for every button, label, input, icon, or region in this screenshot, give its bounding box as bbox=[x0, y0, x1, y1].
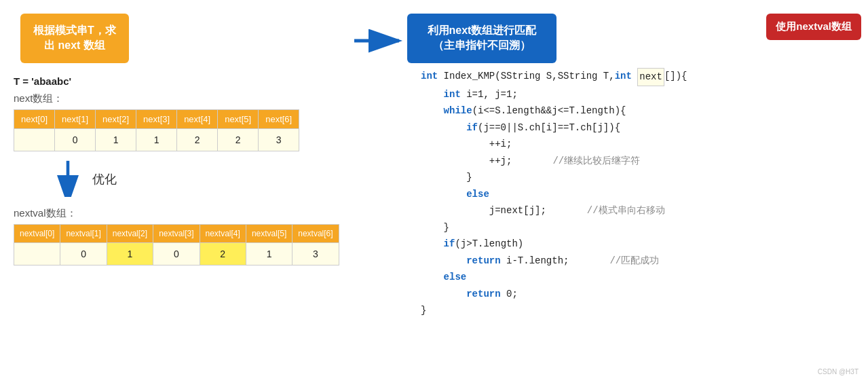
kmp-match-label: 利用next数组进行匹配 （主串指针不回溯） bbox=[407, 14, 556, 63]
next-value-cell: 3 bbox=[259, 128, 299, 151]
main-container: 根据模式串T，求 出 next 数组 T = 'abaabc' next数组： … bbox=[0, 0, 868, 385]
line12-rest: i-T.length; bbox=[501, 253, 569, 270]
kw-int-3: int bbox=[421, 86, 461, 103]
kw-int-1: int bbox=[421, 68, 438, 86]
code-line-6: ++j; //继续比较后继字符 bbox=[421, 153, 854, 170]
next-value-cell: 2 bbox=[218, 128, 259, 151]
next-array-table: next[0]next[1]next[2]next[3]next[4]next[… bbox=[14, 109, 299, 151]
kw-return-2: return bbox=[421, 286, 501, 303]
code-line-3: while (i<=S.length&&j<=T.length){ bbox=[421, 103, 854, 120]
code-block: int Index_KMP(SString S,SString T, int n… bbox=[421, 68, 854, 319]
line5: ++i; bbox=[421, 136, 512, 153]
next-value-cell: 0 bbox=[55, 128, 96, 151]
nextval-header-cell: nextval[3] bbox=[153, 224, 200, 242]
kw-while: while bbox=[421, 103, 472, 120]
line15: } bbox=[421, 302, 426, 319]
line10: } bbox=[421, 219, 449, 236]
nextval-header-cell: nextval[0] bbox=[14, 224, 60, 242]
next-value-cell bbox=[14, 128, 55, 151]
next-label: next数组： bbox=[14, 92, 339, 105]
line2-rest: i=1, j=1; bbox=[461, 86, 518, 103]
line4-rest: (j==0||S.ch[i]==T.ch[j]){ bbox=[478, 120, 620, 136]
code-line-2: int i=1, j=1; bbox=[421, 86, 854, 103]
nextval-badge: 使用nextval数组 bbox=[766, 14, 861, 40]
code-line-5: ++i; bbox=[421, 136, 854, 153]
watermark: CSDN @H3T bbox=[818, 368, 858, 375]
next-value-cell: 1 bbox=[96, 128, 136, 151]
fn-name: Index_KMP(SString S,SString T, bbox=[438, 68, 614, 86]
code-line-10: } bbox=[421, 219, 854, 236]
line9: j=next[j]; bbox=[421, 202, 546, 219]
code-line-15: } bbox=[421, 302, 854, 319]
next-header-cell: next[3] bbox=[136, 109, 177, 128]
nextval-label: nextval数组： bbox=[14, 207, 339, 220]
next-header-cell: next[6] bbox=[259, 109, 299, 128]
line1-end: []){ bbox=[664, 68, 687, 86]
line6: ++j; bbox=[421, 153, 512, 170]
code-line-9: j=next[j]; //模式串向右移动 bbox=[421, 202, 854, 219]
line11-rest: (j>T.length) bbox=[455, 236, 523, 253]
t-label: T = 'abaabc' bbox=[14, 75, 339, 87]
space-before-next bbox=[632, 68, 637, 86]
kw-else-2: else bbox=[421, 269, 466, 286]
nextval-value-cell: 3 bbox=[293, 242, 339, 265]
comment-3: //匹配成功 bbox=[582, 253, 659, 270]
code-line-13: else bbox=[421, 269, 854, 286]
opt-section: 优化 bbox=[54, 160, 339, 199]
comment-2: //模式串向右移动 bbox=[560, 202, 665, 219]
line14-rest: 0; bbox=[501, 286, 518, 303]
next-header-cell: next[5] bbox=[218, 109, 259, 128]
horizontal-arrow bbox=[353, 7, 407, 378]
kw-if-2: if bbox=[421, 236, 455, 253]
next-header-cell: next[4] bbox=[177, 109, 218, 128]
next-array-box: 根据模式串T，求 出 next 数组 bbox=[20, 14, 129, 63]
line3-rest: (i<=S.length&&j<=T.length){ bbox=[472, 103, 626, 120]
nextval-array-table: nextval[0]nextval[1]nextval[2]nextval[3]… bbox=[14, 224, 339, 265]
kw-if: if bbox=[421, 120, 478, 136]
nextval-value-cell: 0 bbox=[60, 242, 107, 265]
code-line-7: } bbox=[421, 169, 854, 186]
next-header-cell: next[1] bbox=[55, 109, 96, 128]
nextval-value-cell: 1 bbox=[246, 242, 292, 265]
nextval-header-cell: nextval[4] bbox=[200, 224, 246, 242]
line7: } bbox=[421, 169, 472, 186]
top-flow: 根据模式串T，求 出 next 数组 bbox=[20, 14, 339, 63]
left-panel: 根据模式串T，求 出 next 数组 T = 'abaabc' next数组： … bbox=[0, 7, 353, 378]
next-header-cell: next[0] bbox=[14, 109, 55, 128]
nextval-header-cell: nextval[5] bbox=[246, 224, 292, 242]
arrow-down-icon bbox=[54, 160, 81, 199]
code-line-8: else bbox=[421, 186, 854, 203]
code-line-12: return i-T.length; //匹配成功 bbox=[421, 253, 854, 270]
code-line-14: return 0; bbox=[421, 286, 854, 303]
nextval-header-cell: nextval[1] bbox=[60, 224, 107, 242]
right-panel: 利用next数组进行匹配 （主串指针不回溯） 使用nextval数组 int I… bbox=[407, 7, 868, 378]
code-line-11: if (j>T.length) bbox=[421, 236, 854, 253]
nextval-value-cell bbox=[14, 242, 60, 265]
kmp-match-box: 利用next数组进行匹配 （主串指针不回溯） bbox=[407, 14, 556, 63]
opt-label: 优化 bbox=[92, 171, 117, 187]
nextval-value-cell: 2 bbox=[200, 242, 246, 265]
next-header-cell: next[2] bbox=[96, 109, 136, 128]
kw-return-1: return bbox=[421, 253, 501, 270]
next-keyword: next bbox=[637, 68, 664, 86]
comment-1: //继续比较后继字符 bbox=[525, 153, 640, 170]
kw-int-2: int bbox=[615, 68, 632, 86]
nextval-header-cell: nextval[6] bbox=[293, 224, 339, 242]
code-line-4: if (j==0||S.ch[i]==T.ch[j]){ bbox=[421, 120, 854, 136]
next-value-cell: 2 bbox=[177, 128, 218, 151]
nextval-header-cell: nextval[2] bbox=[107, 224, 153, 242]
next-value-cell: 1 bbox=[136, 128, 177, 151]
kw-else-1: else bbox=[421, 186, 489, 203]
code-line-1: int Index_KMP(SString S,SString T, int n… bbox=[421, 68, 854, 86]
nextval-value-cell: 0 bbox=[153, 242, 200, 265]
nextval-value-cell: 1 bbox=[107, 242, 153, 265]
